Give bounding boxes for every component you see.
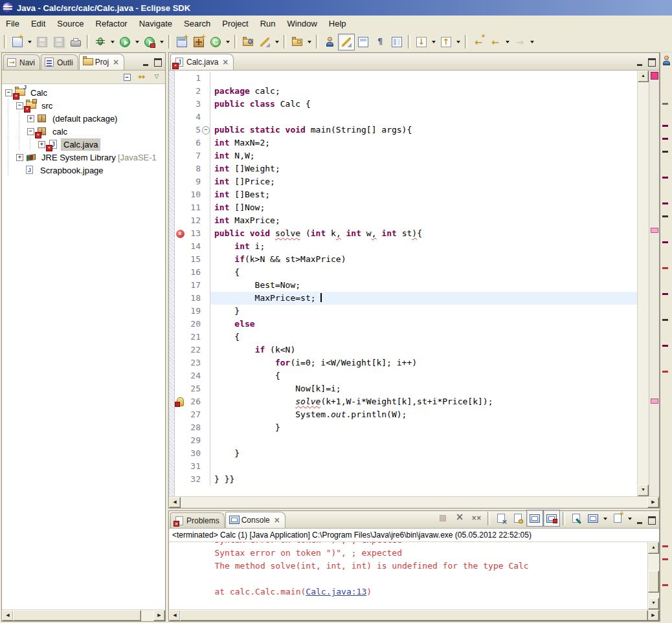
- scroll-left-button[interactable]: ◀: [169, 497, 181, 508]
- hscroll-thumb[interactable]: [13, 610, 141, 621]
- hscroll-thumb[interactable]: [180, 610, 648, 621]
- java-search-dropdown[interactable]: [273, 34, 281, 50]
- minimize-console-button[interactable]: [634, 516, 645, 525]
- code-line-19[interactable]: 19 }: [175, 305, 637, 318]
- menu-project[interactable]: Project: [216, 17, 254, 30]
- project-tree[interactable]: −×Calc−×src+(default package)−×calc+×Cal…: [2, 84, 165, 609]
- new-class-button[interactable]: [207, 34, 224, 50]
- run-button[interactable]: [117, 34, 133, 50]
- code-line-30[interactable]: 30 }: [175, 447, 637, 460]
- maximize-editor-button[interactable]: [646, 58, 657, 67]
- scroll-down-button[interactable]: ▼: [638, 485, 649, 496]
- code-line-27[interactable]: 27 System.out.println(W);: [175, 408, 637, 421]
- show-stdout-button[interactable]: [526, 510, 543, 527]
- code-line-5[interactable]: 5−public static void main(String[] args)…: [175, 124, 637, 137]
- scroll-left-button[interactable]: ◀: [2, 610, 14, 621]
- code-line-26[interactable]: 26 solve(k+1,W-i*Weight[k],st+i*Price[k]…: [175, 395, 637, 408]
- editor-vscrollbar[interactable]: ▲ ▼: [637, 71, 649, 496]
- code-line-22[interactable]: 22 if (k<N): [175, 344, 637, 356]
- code-line-14[interactable]: 14 int i;: [175, 240, 637, 253]
- code-line-6[interactable]: 6int MaxN=2;: [175, 137, 637, 149]
- collapse-icon[interactable]: −: [16, 102, 23, 109]
- menu-navigate[interactable]: Navigate: [133, 17, 178, 30]
- open-resource-button[interactable]: [289, 34, 306, 50]
- remove-launch-button[interactable]: [451, 510, 468, 527]
- code-line-24[interactable]: 24 {: [175, 369, 637, 382]
- display-console-button[interactable]: [585, 510, 601, 527]
- minimize-view-button[interactable]: [140, 58, 151, 67]
- debug-button[interactable]: [92, 34, 109, 50]
- menu-source[interactable]: Source: [51, 17, 89, 30]
- mark-occurrences-button[interactable]: [338, 34, 355, 50]
- console-stacktrace-link[interactable]: Calc.java:13: [306, 587, 366, 596]
- tab-calc-java[interactable]: ×Calc.java×: [170, 54, 234, 70]
- tab-proj[interactable]: Proj×: [79, 54, 124, 70]
- remove-all-terminated-button[interactable]: [468, 510, 485, 527]
- back-dropdown[interactable]: [504, 34, 511, 50]
- menu-run[interactable]: Run: [254, 17, 282, 30]
- close-tab-icon[interactable]: ×: [274, 516, 280, 524]
- code-area[interactable]: 12package calc;3public class Calc {45−pu…: [175, 71, 637, 496]
- expand-icon[interactable]: +: [16, 154, 23, 161]
- menu-file[interactable]: File: [0, 17, 25, 30]
- save-all-button[interactable]: [50, 34, 67, 50]
- code-line-13[interactable]: ×13public void solve (int k, int w, int …: [175, 227, 637, 240]
- new-wizard-dropdown[interactable]: [26, 34, 34, 50]
- save-button[interactable]: [34, 34, 50, 50]
- run-history-dropdown[interactable]: [158, 34, 166, 50]
- tree-item-scrapbook-jpage[interactable]: Scrapbook.jpage: [2, 164, 165, 177]
- segment-block-button[interactable]: [388, 34, 405, 50]
- expand-icon[interactable]: +: [38, 141, 45, 148]
- scroll-up-button[interactable]: ▲: [648, 542, 659, 554]
- next-annotation-button[interactable]: [413, 34, 430, 50]
- tab-problems[interactable]: Problems: [170, 512, 225, 528]
- scroll-lock-button[interactable]: [510, 510, 526, 527]
- run-dropdown[interactable]: [133, 34, 141, 50]
- code-line-17[interactable]: 17 Best=Now;: [175, 279, 637, 292]
- code-line-12[interactable]: 12int MaxPrice;: [175, 214, 637, 227]
- tree-item-src[interactable]: −×src: [2, 99, 165, 112]
- code-line-1[interactable]: 1: [175, 72, 637, 85]
- clear-console-button[interactable]: [493, 510, 510, 527]
- run-history-button[interactable]: [141, 34, 158, 50]
- open-resource-dropdown[interactable]: [306, 34, 313, 50]
- expand-icon[interactable]: +: [27, 115, 34, 122]
- editor-hscrollbar[interactable]: ◀ ▶: [169, 496, 659, 508]
- menu-help[interactable]: Help: [323, 17, 352, 30]
- overview-error-mark[interactable]: [651, 228, 658, 233]
- java-search-button[interactable]: [256, 34, 273, 50]
- close-tab-icon[interactable]: ×: [222, 58, 229, 66]
- tab-navi[interactable]: Navi: [3, 54, 40, 70]
- scroll-right-button[interactable]: ▶: [647, 610, 659, 621]
- prev-annotation-dropdown[interactable]: [454, 34, 462, 50]
- code-line-21[interactable]: 21 {: [175, 331, 637, 344]
- link-editor-button[interactable]: [135, 71, 149, 83]
- segment-source-button[interactable]: [355, 34, 372, 50]
- new-java-project-button[interactable]: [174, 34, 190, 50]
- scroll-up-button[interactable]: ▲: [638, 71, 649, 82]
- code-line-7[interactable]: 7int N,W;: [175, 149, 637, 162]
- debug-dropdown[interactable]: [109, 34, 117, 50]
- console-output[interactable]: Syntax error on token ")", ; expected Sy…: [169, 542, 647, 609]
- terminate-button[interactable]: [434, 510, 451, 527]
- code-line-29[interactable]: 29: [175, 434, 637, 447]
- team-user-button[interactable]: [321, 34, 338, 50]
- code-line-8[interactable]: 8int []Weight;: [175, 162, 637, 175]
- maximize-console-button[interactable]: [646, 516, 657, 525]
- code-line-25[interactable]: 25 Now[k]=i;: [175, 382, 637, 395]
- open-type-button[interactable]: [240, 34, 256, 50]
- next-annotation-dropdown[interactable]: [430, 34, 438, 50]
- forward-dropdown[interactable]: [528, 34, 536, 50]
- menu-edit[interactable]: Edit: [25, 17, 51, 30]
- tab-console[interactable]: Console×: [225, 512, 286, 528]
- prev-annotation-button[interactable]: [438, 34, 454, 50]
- collapse-icon[interactable]: −: [27, 128, 34, 135]
- scroll-left-button[interactable]: ◀: [169, 610, 181, 621]
- overview-error-mark[interactable]: [651, 399, 658, 404]
- code-line-4[interactable]: 4: [175, 111, 637, 124]
- show-stderr-button[interactable]: [543, 510, 560, 527]
- code-line-16[interactable]: 16 {: [175, 266, 637, 279]
- open-console-button[interactable]: [609, 510, 626, 527]
- collapse-icon[interactable]: −: [5, 89, 12, 96]
- fold-collapse-icon[interactable]: −: [202, 126, 210, 135]
